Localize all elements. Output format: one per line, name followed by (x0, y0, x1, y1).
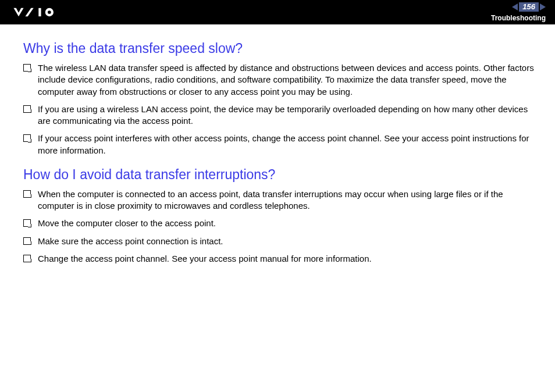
bullet-list: The wireless LAN data transfer speed is … (23, 62, 539, 156)
list-item: Change the access point channel. See you… (23, 253, 539, 265)
page-number-badge[interactable]: 156 (512, 2, 546, 12)
bullet-icon (23, 255, 31, 262)
page-number: 156 (519, 2, 539, 12)
header-bar: 156 Troubleshooting (0, 0, 555, 24)
next-page-arrow-icon[interactable] (540, 3, 546, 10)
bullet-icon (23, 190, 31, 198)
bullet-list: When the computer is connected to an acc… (23, 188, 539, 265)
list-item: Make sure the access point connection is… (23, 236, 539, 247)
list-item: When the computer is connected to an acc… (23, 188, 539, 212)
bullet-icon (23, 219, 31, 227)
bullet-icon (23, 64, 31, 72)
bullet-icon (23, 105, 31, 113)
vaio-logo (13, 6, 71, 19)
section-label[interactable]: Troubleshooting (491, 14, 546, 22)
bullet-icon (23, 134, 31, 142)
header-right: 156 Troubleshooting (491, 2, 546, 22)
svg-rect-0 (38, 8, 41, 16)
bullet-icon (23, 237, 31, 245)
list-item: If you are using a wireless LAN access p… (23, 104, 539, 127)
page-content: Why is the data transfer speed slow? The… (0, 24, 555, 265)
list-item: The wireless LAN data transfer speed is … (23, 62, 539, 98)
list-item: Move the computer closer to the access p… (23, 218, 539, 229)
list-item: If your access point interferes with oth… (23, 133, 539, 156)
section-heading: How do I avoid data transfer interruptio… (23, 167, 539, 183)
section-heading: Why is the data transfer speed slow? (23, 41, 539, 56)
prev-page-arrow-icon[interactable] (512, 3, 518, 10)
